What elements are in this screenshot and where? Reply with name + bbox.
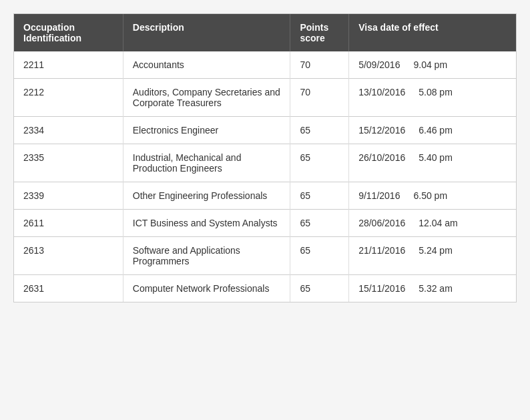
cell-points: 70 bbox=[290, 79, 349, 117]
header-description: Description bbox=[123, 14, 290, 51]
table-row: 2613Software and Applications Programmer… bbox=[14, 237, 516, 275]
cell-occupation-id: 2334 bbox=[14, 117, 123, 144]
visa-date: 26/10/2016 bbox=[358, 152, 405, 163]
cell-description: Industrial, Mechanical and Production En… bbox=[123, 144, 290, 182]
cell-occupation-id: 2211 bbox=[14, 51, 123, 79]
cell-description: Accountants bbox=[123, 51, 290, 79]
visa-date: 13/10/2016 bbox=[358, 87, 405, 97]
table-row: 2212Auditors, Company Secretaries and Co… bbox=[14, 79, 516, 117]
cell-occupation-id: 2631 bbox=[14, 275, 123, 302]
cell-description: Computer Network Professionals bbox=[123, 275, 290, 302]
visa-date: 9/11/2016 bbox=[358, 190, 400, 201]
cell-description: Other Engineering Professionals bbox=[123, 182, 290, 210]
visa-date: 15/12/2016 bbox=[358, 125, 405, 136]
occupation-table: Occupation Identification Description Po… bbox=[14, 14, 516, 302]
cell-occupation-id: 2611 bbox=[14, 210, 123, 237]
visa-date: 15/11/2016 bbox=[358, 283, 405, 294]
cell-visa-date: 5/09/20169.04 pm bbox=[349, 51, 516, 79]
table-row: 2334Electronics Engineer6515/12/20166.46… bbox=[14, 117, 516, 144]
header-visa: Visa date of effect bbox=[349, 14, 516, 51]
table-row: 2631Computer Network Professionals6515/1… bbox=[14, 275, 516, 302]
table-row: 2211Accountants705/09/20169.04 pm bbox=[14, 51, 516, 79]
cell-visa-date: 15/12/20166.46 pm bbox=[349, 117, 516, 144]
cell-description: Auditors, Company Secretaries and Corpor… bbox=[123, 79, 290, 117]
visa-time: 12.04 am bbox=[419, 218, 457, 228]
cell-visa-date: 26/10/20165.40 pm bbox=[349, 144, 516, 182]
cell-occupation-id: 2212 bbox=[14, 79, 123, 117]
visa-date: 28/06/2016 bbox=[358, 218, 405, 228]
visa-date: 5/09/2016 bbox=[358, 59, 400, 70]
cell-description: ICT Business and System Analysts bbox=[123, 210, 290, 237]
visa-time: 5.32 am bbox=[419, 283, 453, 294]
cell-occupation-id: 2613 bbox=[14, 237, 123, 275]
table-row: 2339Other Engineering Professionals659/1… bbox=[14, 182, 516, 210]
cell-points: 65 bbox=[290, 275, 349, 302]
header-points: Points score bbox=[290, 14, 349, 51]
cell-points: 65 bbox=[290, 210, 349, 237]
cell-points: 65 bbox=[290, 237, 349, 275]
visa-time: 6.46 pm bbox=[419, 125, 453, 136]
table-row: 2611ICT Business and System Analysts6528… bbox=[14, 210, 516, 237]
header-occupation: Occupation Identification bbox=[14, 14, 123, 51]
visa-time: 5.08 pm bbox=[419, 87, 453, 97]
cell-occupation-id: 2335 bbox=[14, 144, 123, 182]
cell-points: 65 bbox=[290, 144, 349, 182]
cell-points: 65 bbox=[290, 117, 349, 144]
cell-visa-date: 13/10/20165.08 pm bbox=[349, 79, 516, 117]
cell-description: Software and Applications Programmers bbox=[123, 237, 290, 275]
table-row: 2335Industrial, Mechanical and Productio… bbox=[14, 144, 516, 182]
visa-time: 5.40 pm bbox=[419, 152, 453, 163]
cell-visa-date: 21/11/20165.24 pm bbox=[349, 237, 516, 275]
cell-visa-date: 28/06/201612.04 am bbox=[349, 210, 516, 237]
visa-date: 21/11/2016 bbox=[358, 245, 405, 256]
table-header-row: Occupation Identification Description Po… bbox=[14, 14, 516, 51]
cell-points: 65 bbox=[290, 182, 349, 210]
cell-visa-date: 15/11/20165.32 am bbox=[349, 275, 516, 302]
cell-description: Electronics Engineer bbox=[123, 117, 290, 144]
visa-time: 6.50 pm bbox=[413, 190, 447, 201]
visa-time: 9.04 pm bbox=[413, 59, 447, 70]
visa-time: 5.24 pm bbox=[419, 245, 453, 256]
cell-points: 70 bbox=[290, 51, 349, 79]
main-table-container: Occupation Identification Description Po… bbox=[13, 13, 517, 302]
cell-occupation-id: 2339 bbox=[14, 182, 123, 210]
cell-visa-date: 9/11/20166.50 pm bbox=[349, 182, 516, 210]
